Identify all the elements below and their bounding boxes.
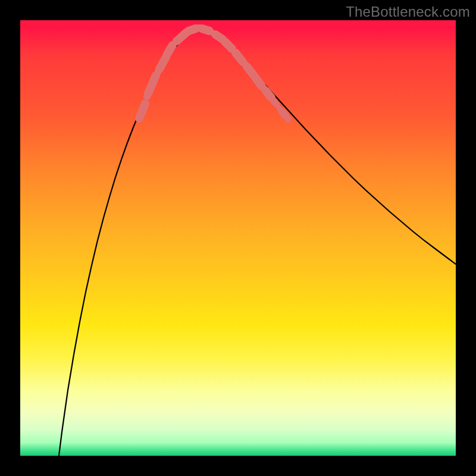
watermark-text: TheBottleneck.com	[346, 4, 470, 20]
chart-frame: TheBottleneck.com	[0, 0, 476, 476]
plot-gradient-area	[20, 20, 456, 456]
